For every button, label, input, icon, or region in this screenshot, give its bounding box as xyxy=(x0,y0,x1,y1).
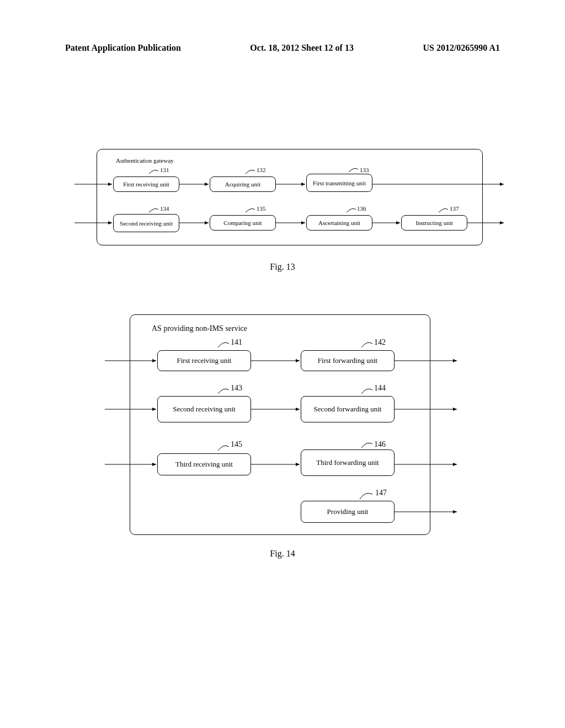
fig13: Authentication gateway First receiving u… xyxy=(97,149,483,245)
fig13-arrows xyxy=(74,149,505,259)
fig14-caption: Fig. 14 xyxy=(270,549,295,559)
header-right: US 2012/0265990 A1 xyxy=(423,43,500,53)
header-left: Patent Application Publication xyxy=(65,43,181,53)
header-center: Oct. 18, 2012 Sheet 12 of 13 xyxy=(250,43,354,53)
fig14-arrows xyxy=(105,314,458,546)
fig13-caption: Fig. 13 xyxy=(270,262,295,272)
page-header: Patent Application Publication Oct. 18, … xyxy=(0,43,565,53)
fig14: AS providing non-IMS service First recei… xyxy=(130,314,430,535)
